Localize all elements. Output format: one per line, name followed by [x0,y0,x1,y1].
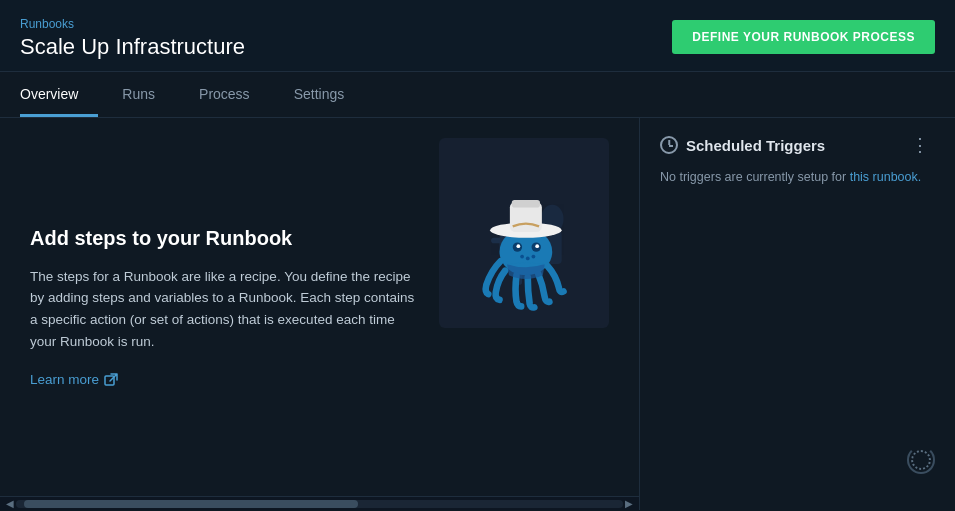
text-section: Add steps to your Runbook The steps for … [30,138,419,476]
external-link-icon [104,373,118,387]
no-triggers-message: No triggers are currently setup for this… [660,168,935,187]
svg-rect-10 [512,200,540,208]
triggers-header: Scheduled Triggers ⋮ [660,134,935,156]
tab-overview[interactable]: Overview [20,72,98,117]
triggers-title-label: Scheduled Triggers [686,137,825,154]
scroll-track[interactable] [16,500,623,508]
learn-more-link[interactable]: Learn more [30,372,419,387]
scroll-thumb [24,500,358,508]
learn-more-label: Learn more [30,372,99,387]
add-steps-title: Add steps to your Runbook [30,227,419,250]
left-content-area: Add steps to your Runbook The steps for … [0,118,639,496]
define-runbook-button[interactable]: DEFINE YOUR RUNBOOK PROCESS [672,20,935,54]
no-triggers-highlight: this runbook. [850,170,922,184]
illustration-box [439,138,609,328]
left-panel: Add steps to your Runbook The steps for … [0,118,640,510]
triggers-title: Scheduled Triggers [660,136,825,154]
scrollbar[interactable]: ◀ ▶ [0,496,639,510]
spinner-area [660,187,935,494]
scroll-right-arrow[interactable]: ▶ [623,498,635,509]
main-content: Add steps to your Runbook The steps for … [0,118,955,510]
svg-point-17 [532,255,536,259]
svg-point-16 [526,257,530,261]
add-steps-description: The steps for a Runbook are like a recip… [30,266,419,352]
loading-spinner [907,446,935,474]
octopus-cowboy-illustration [454,153,594,313]
tab-settings[interactable]: Settings [274,72,365,117]
page-title: Scale Up Infrastructure [20,34,245,60]
more-options-icon[interactable]: ⋮ [905,134,935,156]
app-header: Runbooks Scale Up Infrastructure DEFINE … [0,0,955,72]
clock-icon [660,136,678,154]
svg-point-15 [520,255,524,259]
tabs-bar: Overview Runs Process Settings [0,72,955,118]
svg-point-13 [516,244,520,248]
header-left: Runbooks Scale Up Infrastructure [20,14,245,60]
scroll-left-arrow[interactable]: ◀ [4,498,16,509]
tab-runs[interactable]: Runs [102,72,175,117]
svg-point-14 [535,244,539,248]
breadcrumb[interactable]: Runbooks [20,17,74,31]
tab-process[interactable]: Process [179,72,270,117]
right-panel: Scheduled Triggers ⋮ No triggers are cur… [640,118,955,510]
